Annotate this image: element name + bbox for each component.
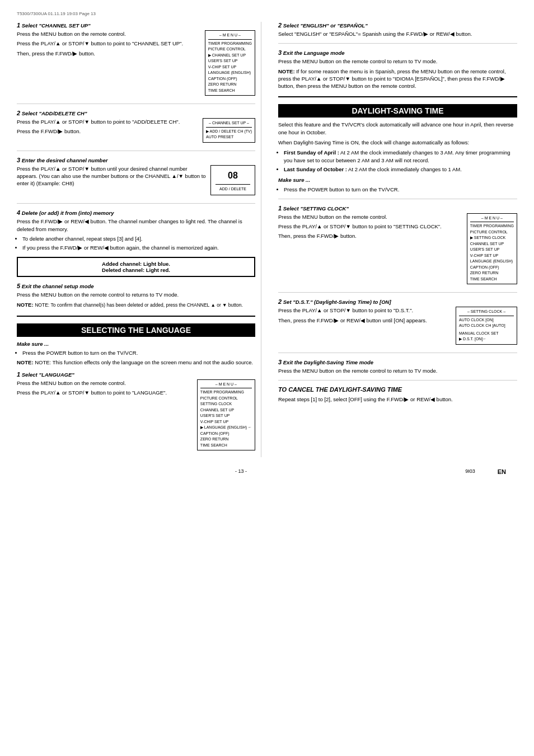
- step2-menu: – CHANNEL SET UP – ADD / DELETE CH (TV) …: [203, 118, 255, 143]
- lang-step1: 1 Select "LANGUAGE" – M E N U – TIMER PR…: [17, 371, 255, 453]
- step1-menu: – M E N U – TIMER PROGRAMMING PICTURE CO…: [205, 30, 255, 96]
- step1-header: 1 Select "CHANNEL SET UP": [17, 22, 255, 29]
- to-cancel-title: TO CANCEL THE DAYLIGHT-SAVING TIME: [278, 386, 517, 393]
- daylight-make-sure-bullets: Press the POWER button to turn on the TV…: [284, 186, 517, 193]
- clock-step1-header: 1 Select "SETTING CLOCK": [278, 205, 517, 212]
- clock-step3-header: 3 Exit the Daylight-Saving Time mode: [278, 359, 517, 365]
- to-cancel-section: TO CANCEL THE DAYLIGHT-SAVING TIME Repea…: [278, 386, 517, 403]
- lang-step1-header: 1 Select "LANGUAGE": [17, 371, 255, 378]
- step5-header: 5 Exit the channel setup mode: [17, 283, 255, 289]
- step3-header: 3 Enter the desired channel number: [17, 157, 255, 163]
- daylight-saving-title: DAYLIGHT-SAVING TIME: [278, 104, 517, 118]
- lang-step2: 2 Select "ENGLISH" or "ESPAÑOL" Select "…: [278, 22, 517, 37]
- step2-header: 2 Select "ADD/DELETE CH": [17, 110, 255, 116]
- clock-step2: 2 Set "D.S.T." (Daylight-Saving Time) to…: [278, 298, 517, 347]
- clock-step1: 1 Select "SETTING CLOCK" – M E N U – TIM…: [278, 205, 517, 287]
- lang-step2-header: 2 Select "ENGLISH" or "ESPAÑOL": [278, 22, 517, 29]
- step4-bullets: To delete another channel, repeat steps …: [22, 235, 255, 252]
- lang-step3-header: 3 Exit the Language mode: [278, 49, 517, 56]
- step5-exit-channel: 5 Exit the channel setup mode Press the …: [17, 283, 255, 308]
- clock-step2-header: 2 Set "D.S.T." (Daylight-Saving Time) to…: [278, 298, 517, 305]
- clock-step1-menu: – M E N U – TIMER PROGRAMMING PICTURE CO…: [467, 213, 517, 285]
- step4-delete-add: 4 Delete (or add) it from (into) memory …: [17, 209, 255, 251]
- step3-channel-number: 3 Enter the desired channel number 08 AD…: [17, 157, 255, 198]
- lang-step3: 3 Exit the Language mode Press the MENU …: [278, 49, 517, 90]
- selecting-language-bullets: Press the POWER button to turn on the TV…: [22, 349, 255, 356]
- clock-step3: 3 Exit the Daylight-Saving Time mode Pre…: [278, 359, 517, 374]
- step1-channel-setup: 1 Select "CHANNEL SET UP" – M E N U – TI…: [17, 22, 255, 98]
- left-column: 1 Select "CHANNEL SET UP" – M E N U – TI…: [17, 22, 261, 457]
- channel-display: 08 ADD / DELETE: [210, 165, 255, 196]
- channel-info-box: Added channel: Light blue. Deleted chann…: [17, 257, 255, 277]
- daylight-saving-section: DAYLIGHT-SAVING TIME Select this feature…: [278, 104, 517, 192]
- page-footer: - 13 - EN 9I03: [17, 468, 517, 474]
- lang-step1-menu: – M E N U – TIMER PROGRAMMING PICTURE CO…: [197, 379, 255, 451]
- page-header: T5300/7300UA 01.11.19 19:03 Page 13: [17, 11, 517, 16]
- step2-add-delete: 2 Select "ADD/DELETE CH" – CHANNEL SET U…: [17, 110, 255, 145]
- step4-header: 4 Delete (or add) it from (into) memory: [17, 209, 255, 216]
- selecting-language-title: SELECTING THE LANGUAGE: [17, 323, 255, 337]
- header-text: T5300/7300UA 01.11.19 19:03 Page 13: [17, 11, 96, 16]
- daylight-bullets: First Sunday of April : At 2 AM the cloc…: [284, 149, 517, 173]
- right-column: 2 Select "ENGLISH" or "ESPAÑOL" Select "…: [273, 22, 517, 457]
- selecting-language-section: SELECTING THE LANGUAGE Make sure ... Pre…: [17, 323, 255, 453]
- clock-step2-menu: – SETTING CLOCK – AUTO CLOCK [ON] AUTO C…: [456, 307, 517, 345]
